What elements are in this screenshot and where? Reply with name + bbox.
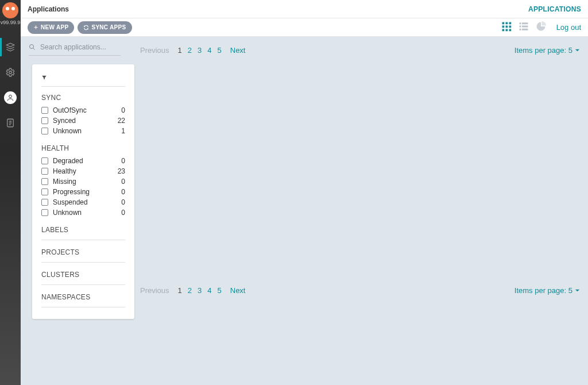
checkbox[interactable] xyxy=(41,128,48,134)
filter-health-count: 0 xyxy=(121,157,125,165)
filter-health-row: Degraded0 xyxy=(41,156,125,166)
checkbox[interactable] xyxy=(41,107,48,114)
pagination-bottom: Previous 1 2 3 4 5 Next Items per page: … xyxy=(140,284,580,297)
nav-user[interactable] xyxy=(0,85,21,110)
filter-health-label: Progressing xyxy=(53,188,121,196)
version-label: v99.99.9 xyxy=(0,20,21,25)
pagination-prev: Previous xyxy=(140,46,169,55)
svg-rect-5 xyxy=(509,22,511,24)
filter-health-count: 0 xyxy=(121,198,125,206)
filter-sync-count: 1 xyxy=(121,127,125,135)
pagination-page-1[interactable]: 1 xyxy=(178,46,182,55)
checkbox[interactable] xyxy=(41,168,48,175)
svg-point-0 xyxy=(9,71,12,74)
search-input[interactable] xyxy=(39,43,119,52)
filter-sync-count: 22 xyxy=(118,117,125,125)
svg-rect-10 xyxy=(505,29,508,31)
pagination-page-5[interactable]: 5 xyxy=(218,46,222,55)
filter-group-labels: LABELS xyxy=(41,226,125,234)
pagination-page-4-b[interactable]: 4 xyxy=(207,286,211,295)
svg-rect-8 xyxy=(509,25,511,28)
list-view-icon[interactable] xyxy=(519,21,529,34)
svg-point-1 xyxy=(9,95,12,98)
page-title: Applications xyxy=(28,5,69,13)
filter-group-clusters: CLUSTERS xyxy=(41,271,125,279)
nav-docs[interactable] xyxy=(0,110,21,136)
chevron-down-icon xyxy=(575,48,580,53)
filter-health-label: Degraded xyxy=(53,157,121,165)
pagination-page-5-b[interactable]: 5 xyxy=(218,286,222,295)
filter-health-count: 0 xyxy=(121,209,125,217)
pagination-next[interactable]: Next xyxy=(230,46,246,55)
items-per-page-b[interactable]: Items per page: 5 xyxy=(514,286,580,295)
filter-health-row: Progressing0 xyxy=(41,187,125,197)
checkbox[interactable] xyxy=(41,117,48,124)
filter-health-count: 0 xyxy=(121,188,125,196)
svg-rect-14 xyxy=(519,25,521,27)
svg-rect-16 xyxy=(519,28,521,30)
top-strip: Applications APPLICATIONS xyxy=(21,0,588,18)
search-icon xyxy=(29,44,36,51)
checkbox[interactable] xyxy=(41,188,48,195)
toolbar: NEW APP SYNC APPS Log out xyxy=(21,18,588,37)
filter-group-health: HEALTH xyxy=(41,144,125,152)
filter-health-count: 0 xyxy=(121,178,125,186)
pagination-page-4[interactable]: 4 xyxy=(207,46,211,55)
filter-panel: SYNC OutOfSync0Synced22Unknown1 HEALTH D… xyxy=(32,64,134,319)
filter-sync-label: Unknown xyxy=(53,127,121,135)
logo-icon xyxy=(2,2,18,18)
filter-group-sync: SYNC xyxy=(41,94,125,102)
pie-view-icon[interactable] xyxy=(536,21,546,34)
svg-rect-7 xyxy=(505,25,508,28)
checkbox[interactable] xyxy=(41,199,48,206)
items-per-page-label-b: Items per page: 5 xyxy=(514,286,572,295)
items-per-page-label: Items per page: 5 xyxy=(514,46,572,55)
filter-health-label: Unknown xyxy=(53,209,121,217)
main-area: Previous 1 2 3 4 5 Next Items per page: … xyxy=(21,37,588,385)
svg-rect-4 xyxy=(505,22,508,24)
svg-rect-12 xyxy=(519,22,521,24)
svg-rect-11 xyxy=(509,29,511,31)
filter-health-row: Healthy23 xyxy=(41,166,125,176)
pagination-next-b[interactable]: Next xyxy=(230,286,246,295)
nav-settings[interactable] xyxy=(0,60,21,85)
checkbox[interactable] xyxy=(41,178,48,185)
filter-sync-label: OutOfSync xyxy=(53,106,121,114)
pagination-page-3-b[interactable]: 3 xyxy=(198,286,202,295)
items-per-page[interactable]: Items per page: 5 xyxy=(514,46,580,55)
pagination-page-3[interactable]: 3 xyxy=(198,46,202,55)
svg-rect-15 xyxy=(522,25,528,27)
filter-health-label: Missing xyxy=(53,178,121,186)
svg-rect-9 xyxy=(502,29,504,31)
filter-sync-row: OutOfSync0 xyxy=(41,105,125,116)
sync-apps-button[interactable]: SYNC APPS xyxy=(78,21,131,34)
pagination-page-2[interactable]: 2 xyxy=(188,46,192,55)
view-toggle xyxy=(501,21,546,34)
filter-sync-count: 0 xyxy=(121,106,125,114)
checkbox[interactable] xyxy=(41,157,48,164)
svg-point-18 xyxy=(30,45,34,49)
breadcrumb[interactable]: APPLICATIONS xyxy=(528,5,581,13)
filter-sync-label: Synced xyxy=(53,117,118,125)
filter-health-label: Suspended xyxy=(53,198,121,206)
new-app-label: NEW APP xyxy=(41,24,68,30)
svg-rect-3 xyxy=(502,22,504,24)
filter-health-label: Healthy xyxy=(53,167,118,175)
filter-group-projects: PROJECTS xyxy=(41,248,125,256)
pagination-page-2-b[interactable]: 2 xyxy=(188,286,192,295)
new-app-button[interactable]: NEW APP xyxy=(28,21,74,34)
checkbox[interactable] xyxy=(41,209,48,216)
filter-health-row: Unknown0 xyxy=(41,207,125,218)
filter-group-namespaces: NAMESPACES xyxy=(41,293,125,301)
filter-health-count: 23 xyxy=(118,167,125,175)
nav-applications[interactable] xyxy=(0,34,21,60)
filter-health-row: Missing0 xyxy=(41,176,125,187)
chevron-down-icon xyxy=(575,288,580,293)
logout-link[interactable]: Log out xyxy=(556,23,581,32)
user-circle-icon xyxy=(4,91,17,104)
svg-rect-13 xyxy=(522,22,528,24)
svg-rect-6 xyxy=(502,25,504,28)
tiles-view-icon[interactable] xyxy=(501,21,512,34)
pagination-page-1-b[interactable]: 1 xyxy=(178,286,182,295)
filter-sync-row: Unknown1 xyxy=(41,126,125,136)
